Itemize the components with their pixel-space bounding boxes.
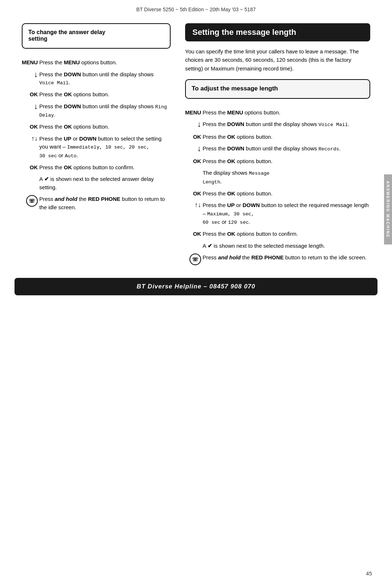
table-row: OK Press the OK options button to confir… — [22, 162, 171, 174]
step-label-ok2: OK — [22, 121, 39, 133]
left-column: To change the answer delay setting MENU … — [22, 23, 181, 267]
table-row: ↓ Press the DOWN button until the displa… — [185, 143, 370, 155]
table-row: OK Press the OK options button. — [185, 188, 370, 200]
step-label-ok3: OK — [22, 162, 39, 174]
right-steps-table: MENU Press the MENU options button. ↓ Pr… — [185, 107, 370, 267]
step-label-down2: ↓ — [22, 101, 39, 121]
step-text: Press the OK options button. — [39, 89, 171, 101]
step-text: Press the UP or DOWN button to select th… — [203, 199, 370, 228]
table-row: ↓ Press the DOWN button until the displa… — [22, 69, 171, 89]
left-steps-table: MENU Press the MENU options button. ↓ Pr… — [22, 57, 171, 213]
table-row: MENU Press the MENU options button. — [22, 57, 171, 69]
step-text: Press and hold the RED PHONE button to r… — [203, 252, 370, 267]
table-row: ☏ Press and hold the RED PHONE button to… — [22, 193, 171, 213]
step-text: Press the DOWN button until the display … — [39, 101, 171, 121]
table-row: OK Press the OK options button. — [22, 121, 171, 133]
step-text: Press the OK options button. — [203, 155, 370, 167]
step-text: Press the UP or DOWN button to select th… — [39, 133, 171, 162]
answering-machine-tab: ANSWERING MACHINE — [384, 174, 392, 244]
footer-bar: BT Diverse Helpline – 08457 908 070 — [15, 278, 377, 295]
step-text: Press the OK options button. — [203, 188, 370, 200]
step-label-ok4-r: OK — [185, 228, 203, 240]
step-label-phone-r: ☏ — [185, 252, 203, 267]
step-label-empty2-r — [185, 240, 203, 252]
step-text: The display shows MessageLength. — [203, 167, 370, 188]
table-row: OK Press the OK options button to confir… — [185, 228, 370, 240]
step-label-menu: MENU — [22, 57, 39, 69]
step-text: Press the OK options button. — [203, 131, 370, 143]
step-text: Press the OK options button to confirm. — [39, 162, 171, 174]
step-text: Press the MENU options button. — [39, 57, 171, 69]
adjust-message-length-box: To adjust the message length — [185, 79, 370, 99]
step-label-phone: ☏ — [22, 193, 39, 213]
step-label-menu-r: MENU — [185, 107, 203, 119]
table-row: OK Press the OK options button. — [185, 155, 370, 167]
right-column: Setting the message length You can speci… — [181, 23, 370, 267]
step-label-down2-r: ↓ — [185, 143, 203, 155]
table-row: ↑↓ Press the UP or DOWN button to select… — [185, 199, 370, 228]
step-text: Press the OK options button to confirm. — [203, 228, 370, 240]
step-text: Press the MENU options button. — [203, 107, 370, 119]
table-row: The display shows MessageLength. — [185, 167, 370, 188]
table-row: OK Press the OK options button. — [185, 131, 370, 143]
step-text: Press the DOWN button until the display … — [39, 69, 171, 89]
box-title: To change the answer delay setting — [28, 29, 164, 42]
step-label-ok1: OK — [22, 89, 39, 101]
table-row: ↓ Press the DOWN button until the displa… — [185, 118, 370, 131]
step-label-updown: ↑↓ — [22, 133, 39, 162]
phone-icon: ☏ — [26, 195, 38, 207]
step-text: A ✔ is shown next to the selected answer… — [39, 173, 171, 193]
step-text: Press the DOWN button until the display … — [203, 118, 370, 131]
table-row: ↓ Press the DOWN button until the displa… — [22, 101, 171, 121]
adjust-box-title: To adjust the message length — [192, 85, 364, 92]
step-text: A ✔ is shown next to the selected messag… — [203, 240, 370, 252]
table-row: MENU Press the MENU options button. — [185, 107, 370, 119]
page-header: BT Diverse 5250 ~ 5th Edition ~ 20th May… — [0, 0, 392, 16]
step-label-empty1 — [22, 173, 39, 193]
step-text: Press the DOWN button until the display … — [203, 143, 370, 155]
table-row: A ✔ is shown next to the selected messag… — [185, 240, 370, 252]
change-answer-delay-box: To change the answer delay setting — [22, 23, 171, 49]
step-label-updown-r: ↑↓ — [185, 199, 203, 228]
section-intro: You can specify the time limit your call… — [185, 47, 370, 73]
section-title: Setting the message length — [185, 23, 370, 41]
table-row: OK Press the OK options button. — [22, 89, 171, 101]
step-label-ok2-r: OK — [185, 155, 203, 167]
step-label-empty-r — [185, 167, 203, 188]
step-text: Press the OK options button. — [39, 121, 171, 133]
table-row: A ✔ is shown next to the selected answer… — [22, 173, 171, 193]
step-label-down1-r: ↓ — [185, 118, 203, 131]
step-label-ok1-r: OK — [185, 131, 203, 143]
page-number: 45 — [366, 570, 372, 576]
step-label-ok3-r: OK — [185, 188, 203, 200]
table-row: ↑↓ Press the UP or DOWN button to select… — [22, 133, 171, 162]
step-text: Press and hold the RED PHONE button to r… — [39, 193, 171, 213]
phone-icon-right: ☏ — [189, 254, 201, 265]
step-label-down1: ↓ — [22, 69, 39, 89]
table-row: ☏ Press and hold the RED PHONE button to… — [185, 252, 370, 267]
